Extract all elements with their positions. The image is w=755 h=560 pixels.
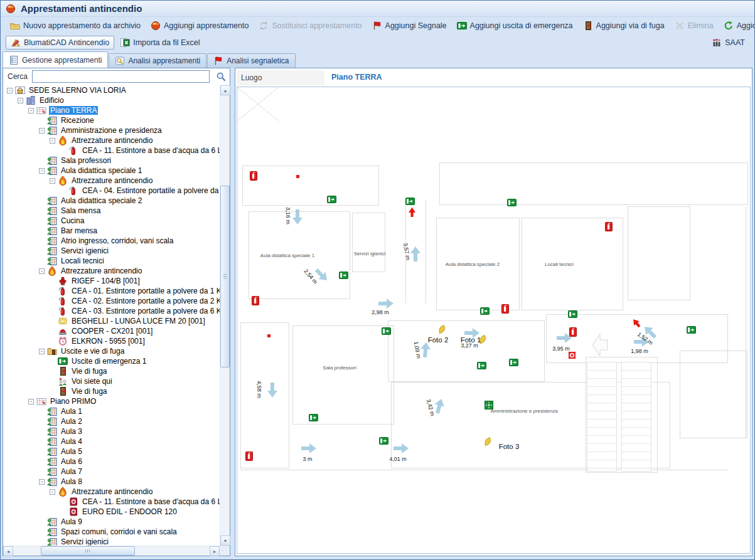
tree-item-sala-professori[interactable]: Sala professori [3, 156, 220, 166]
tree-item-aula-6[interactable]: Aula 6 [3, 457, 220, 467]
tree-item-cea-01-estintore-portatile-a-polvere-da-1-k[interactable]: CEA - 01. Estintore portatile a polvere … [3, 286, 220, 296]
tree-item-elkron-5955-001[interactable]: ELKRON - 5955 [001] [3, 336, 220, 346]
assembly-point-icon[interactable] [485, 401, 493, 412]
tab-gestione-apprestamenti[interactable]: Gestione apprestamenti [3, 51, 108, 68]
tree-item-piano-primo[interactable]: -Piano PRIMO [3, 396, 220, 406]
vertical-scroll-thumb[interactable] [220, 186, 230, 367]
toolbar-button-aggiungi-uscita-di-emergenza[interactable]: Aggiungi uscita di emergenza [452, 19, 577, 32]
tree-item-uscite-di-emergenza-1[interactable]: Uscite di emergenza 1 [3, 356, 220, 366]
emergency-exit-marker-icon[interactable] [327, 194, 336, 206]
tree-item-locali-tecnici[interactable]: Locali tecnici [3, 256, 220, 266]
tree-item-aula-3[interactable]: Aula 3 [3, 426, 220, 436]
tree-expander[interactable]: - [50, 138, 55, 144]
emergency-exit-marker-icon[interactable] [568, 309, 577, 320]
emergency-exit-marker-icon[interactable] [687, 325, 696, 336]
tree-item-attrezzature-antincendio[interactable]: -Attrezzature antincendio [3, 176, 220, 186]
toolbar-button-importa-da-fil-excel[interactable]: Importa da fil Excel [115, 36, 204, 49]
tree-expander[interactable]: - [50, 178, 55, 184]
tree-item-spazi-comuni-corridoi-e-vani-scala[interactable]: Spazi comuni, corridoi e vani scala [3, 527, 220, 537]
tree-item-bar-mensa[interactable]: Bar mensa [3, 226, 220, 236]
tree-item-aula-didattica-speciale-2[interactable]: Aula didattica speciale 2 [3, 196, 220, 206]
photo-label-foto-3[interactable]: Foto 3 [499, 443, 520, 450]
photo-label-foto-1[interactable]: Foto 1 [461, 336, 481, 344]
tab-analisi-segnaletica[interactable]: Analisi segnaletica [207, 53, 295, 68]
scroll-down-button[interactable]: ▼ [220, 536, 230, 546]
tree-item-euro-edil-endoor-120[interactable]: EURO EDIL - ENDOOR 120 [3, 507, 220, 517]
extinguisher-marker-icon[interactable] [252, 296, 259, 308]
tree-expander[interactable]: - [39, 349, 45, 354]
escape-route-arrow[interactable] [393, 443, 409, 457]
tree-item-attrezzature-antincendio[interactable]: -Attrezzature antincendio [3, 135, 220, 145]
extinguisher-marker-icon[interactable] [245, 452, 253, 463]
tree-item-aula-8[interactable]: -Aula 8 [3, 477, 220, 487]
tree-item-servizi-igienici[interactable]: Servizi igienici [3, 537, 220, 546]
tree-expander[interactable]: - [39, 479, 45, 485]
emergency-exit-marker-icon[interactable] [382, 326, 391, 337]
tree-item-cea-04-estintore-portatile-a-polvere-da[interactable]: CEA - 04. Estintore portatile a polvere … [3, 186, 220, 196]
tree-expander[interactable]: - [50, 489, 55, 495]
extinguisher-marker-icon[interactable] [569, 327, 577, 339]
tree-expander[interactable]: - [39, 268, 45, 274]
toolbar-button-nuovo-apprestamento-da-archivio[interactable]: Nuovo apprestamento da archivio [6, 19, 145, 32]
tree-item-uscite-e-vie-di-fuga[interactable]: -Uscite e vie di fuga [3, 346, 220, 356]
horizontal-scroll-thumb[interactable] [41, 546, 135, 556]
emergency-exit-marker-icon[interactable] [507, 198, 517, 209]
photo-label-foto-2[interactable]: Foto 2 [428, 336, 449, 344]
tree-item-cea-03-estintore-portatile-a-polvere-da-6-k[interactable]: CEA - 03. Estintore portatile a polvere … [3, 306, 220, 316]
tree-item-cooper-cx201-001[interactable]: COOPER - CX201 [001] [3, 326, 220, 336]
tree-item-aula-1[interactable]: Aula 1 [3, 406, 220, 416]
tree-item-servizi-igienici[interactable]: Servizi igienici [3, 246, 220, 256]
toolbar-button-aggiungi-via-di-fuga[interactable]: Aggiungi via di fuga [579, 19, 669, 32]
escape-route-arrow[interactable] [289, 209, 303, 225]
escape-route-arrow[interactable] [264, 382, 278, 398]
emergency-exit-marker-icon[interactable] [477, 361, 486, 372]
panel-splitter[interactable] [230, 68, 235, 556]
tree-item-cea-02-estintore-portatile-a-polvere-da-2-k[interactable]: CEA - 02. Estintore portatile a polvere … [3, 296, 220, 306]
tree-expander[interactable]: - [18, 98, 23, 103]
tree-item-cucina[interactable]: Cucina [3, 216, 220, 226]
extinguisher-marker-icon[interactable] [501, 304, 509, 316]
emergency-exit-marker-icon[interactable] [309, 413, 318, 424]
tree-expander[interactable]: - [28, 108, 34, 114]
tree-item-aula-didattica-speciale-1[interactable]: -Aula didattica speciale 1 [3, 166, 220, 176]
tree-item-cea-11-estintore-a-base-d-acqua-da-6-l[interactable]: CEA - 11. Estintore a base d'acqua da 6 … [3, 497, 220, 507]
tree-item-voi-siete-qui[interactable]: Voi siete qui [3, 376, 220, 386]
tree-item-aula-9[interactable]: Aula 9 [3, 517, 220, 527]
emergency-exit-marker-icon[interactable] [339, 270, 348, 282]
tree-item-atrio-ingresso-corridoi-vani-scala[interactable]: Atrio ingresso, corridoi, vani scala [3, 236, 220, 246]
tree-horizontal-scrollbar[interactable]: ◄ ► [3, 546, 220, 556]
tree-item-amministrazione-e-presidenza[interactable]: -Amministrazione e presidenza [3, 125, 220, 135]
toolbar-button-blumaticad-antincendio[interactable]: BlumatiCAD Antincendio [6, 36, 114, 50]
escape-route-arrow[interactable] [410, 246, 424, 262]
search-button[interactable] [214, 70, 228, 83]
scroll-left-button[interactable]: ◄ [3, 546, 13, 556]
tree-item-aula-7[interactable]: Aula 7 [3, 467, 220, 477]
tree-item-vie-di-fuga[interactable]: Vie di fuga [3, 386, 220, 396]
extinguisher-marker-icon[interactable] [250, 171, 257, 183]
tree-expander[interactable]: - [7, 88, 13, 93]
emergency-exit-marker-icon[interactable] [405, 196, 415, 208]
tree-item-attrezzature-antincendio[interactable]: -Attrezzature antincendio [3, 487, 220, 497]
tree-item-rigef-104-b-001[interactable]: RIGEF - 104/B [001] [3, 276, 220, 286]
tree-vertical-scrollbar[interactable]: ▲ ▼ [220, 85, 230, 546]
direction-arrow-red[interactable] [407, 207, 419, 217]
emergency-exit-marker-icon[interactable] [480, 306, 490, 317]
tree-item-beghelli-lunga-luce-fm-20-001[interactable]: BEGHELLI - LUNGA LUCE FM 20 [001] [3, 316, 220, 326]
toolbar-button-sostituisci-apprestamento[interactable]: Sostituisci apprestamento [254, 19, 366, 32]
toolbar-button-aggiungi-apprestamento[interactable]: Aggiungi apprestamento [146, 19, 254, 32]
tree-item-cea-11-estintore-a-base-d-acqua-da-6-l[interactable]: CEA - 11. Estintore a base d'acqua da 6 … [3, 145, 220, 156]
tree-item-piano-terra[interactable]: -Piano TERRA [3, 105, 220, 115]
toolbar-button-aggiorna[interactable]: Aggiorna [719, 19, 755, 32]
floorplan-canvas[interactable]: Aula didattica speciale 1Servizi igienic… [237, 87, 751, 554]
tree-item-aula-4[interactable]: Aula 4 [3, 436, 220, 446]
scroll-right-button[interactable]: ► [210, 546, 220, 556]
tree-item-edificio[interactable]: -Edificio [3, 95, 220, 105]
tree-item-aula-2[interactable]: Aula 2 [3, 416, 220, 426]
tree-expander[interactable]: - [28, 399, 34, 404]
alarm-marker-icon[interactable] [568, 351, 576, 362]
tree-item-vie-di-fuga[interactable]: Vie di fuga [3, 366, 220, 376]
emergency-exit-marker-icon[interactable] [379, 436, 388, 447]
tree-expander[interactable]: - [39, 128, 45, 134]
tree-expander[interactable]: - [39, 168, 45, 174]
tab-analisi-apprestamenti[interactable]: Analisi apprestamenti [109, 53, 206, 68]
